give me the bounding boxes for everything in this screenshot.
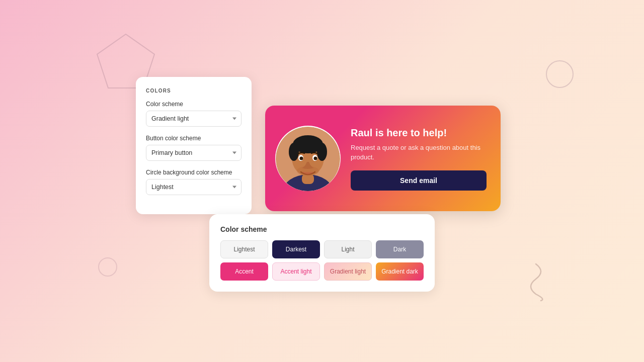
colors-panel: COLORS Color scheme Lightest Light Dark … [136,77,252,214]
chat-card: Raul is here to help! Request a quote or… [265,106,501,211]
color-scheme-panel-title: Color scheme [220,225,424,233]
circle-bg-label: Circle background color scheme [146,169,242,176]
circle-decoration-small [98,257,117,277]
avatar [276,127,340,191]
circle-bg-select[interactable]: Lightest Light Dark Darkest [146,179,242,195]
circle-decoration-large [546,60,574,88]
button-color-label: Button color scheme [146,135,242,142]
color-btn-accent-light[interactable]: Accent light [272,262,320,281]
colors-section-label: COLORS [146,88,242,94]
color-btn-lightest[interactable]: Lightest [220,240,268,258]
color-btn-gradient-light[interactable]: Gradient light [324,262,372,281]
squiggle-shape [521,261,551,302]
send-email-button[interactable]: Send email [351,170,487,191]
button-color-select-wrapper: Primary button Secondary button [146,145,242,161]
color-scheme-select-wrapper: Lightest Light Dark Darkest Accent Accen… [146,111,242,127]
chat-subtitle: Request a quote or ask a question about … [351,143,487,162]
avatar-wrapper [275,126,341,191]
color-btn-accent[interactable]: Accent [220,262,268,281]
svg-point-11 [314,157,317,160]
color-btn-light[interactable]: Light [324,240,372,258]
button-color-select[interactable]: Primary button Secondary button [146,145,242,161]
color-grid: Lightest Darkest Light Dark Accent Accen… [220,240,424,281]
color-scheme-label: Color scheme [146,101,242,108]
svg-point-10 [300,157,303,160]
color-btn-gradient-dark[interactable]: Gradient dark [376,262,424,281]
chat-title: Raul is here to help! [351,127,487,139]
circle-bg-select-wrapper: Lightest Light Dark Darkest [146,179,242,195]
color-btn-dark[interactable]: Dark [376,240,424,258]
color-scheme-select[interactable]: Lightest Light Dark Darkest Accent Accen… [146,111,242,127]
svg-point-6 [289,143,299,161]
color-btn-darkest[interactable]: Darkest [272,240,320,258]
svg-point-12 [297,166,319,176]
svg-point-7 [317,143,327,161]
color-scheme-panel: Color scheme Lightest Darkest Light Dark… [209,214,435,292]
chat-content: Raul is here to help! Request a quote or… [351,127,487,191]
